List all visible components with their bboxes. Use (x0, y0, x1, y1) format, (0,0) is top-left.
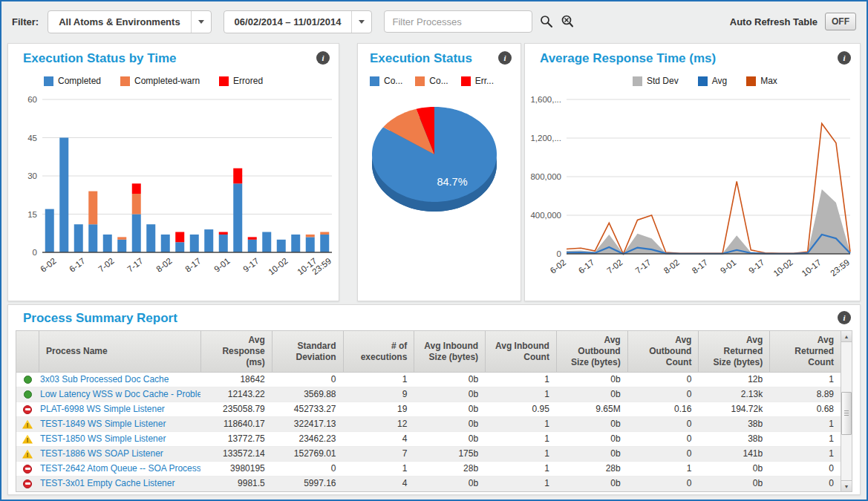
legend-label: Co... (384, 76, 402, 86)
panel-title: Execution Status (370, 51, 498, 66)
table-cell: 0b (414, 432, 485, 446)
status-warn-icon: ! (22, 435, 33, 444)
process-name-link[interactable]: Low Latency WSS w Doc Cache - Proble (39, 387, 200, 402)
process-name-link[interactable]: PLAT-6998 WS Simple Listener (39, 402, 200, 416)
svg-text:7-17: 7-17 (633, 258, 653, 275)
table-cell: 1 (485, 432, 556, 446)
column-header-standard-deviation[interactable]: Standard Deviation (272, 331, 343, 372)
table-cell: 452733.27 (272, 402, 343, 416)
table-row: TEST-2642 Atom Queue -- SOA Process39801… (16, 462, 841, 477)
info-icon[interactable]: i (316, 51, 330, 65)
column-header-avg-outbound-size[interactable]: Avg Outbound Size (bytes) (556, 331, 627, 372)
table-cell: 0.68 (769, 402, 841, 416)
status-ok-icon (24, 376, 32, 384)
table-cell: 28b (414, 462, 485, 476)
completed-legend-swatch (370, 76, 379, 86)
table-cell: 0.16 (627, 402, 699, 416)
column-header-process-name[interactable]: Process Name (39, 331, 200, 372)
filter-label: Filter: (12, 16, 39, 27)
table-cell: 1 (485, 462, 556, 476)
table-cell: 1 (769, 447, 841, 461)
column-header-executions[interactable]: # of executions (343, 331, 414, 372)
svg-text:60: 60 (27, 95, 37, 104)
info-icon[interactable]: i (838, 51, 851, 65)
table-cell: 9 (343, 387, 414, 402)
svg-text:45: 45 (27, 134, 37, 143)
scrollbar-track[interactable] (841, 342, 852, 480)
status-error-icon (23, 405, 32, 414)
atoms-environments-dropdown[interactable]: All Atoms & Environments (48, 10, 211, 33)
column-header-avg-inbound-size[interactable]: Avg Inbound Size (bytes) (414, 331, 485, 372)
table-cell: 0b (556, 432, 627, 446)
status-error-icon (23, 465, 32, 474)
charts-row: Execution Status by Time i Completed Com… (7, 43, 861, 301)
svg-text:6-17: 6-17 (68, 256, 87, 274)
search-icon[interactable] (540, 15, 553, 28)
scrollbar-down-button[interactable]: ▼ (841, 480, 852, 491)
process-name-link[interactable]: TEST-2642 Atom Queue -- SOA Process (39, 462, 200, 476)
completed-legend-swatch (44, 76, 53, 86)
table-cell: 0b (414, 417, 485, 431)
process-name-link[interactable]: TEST-1886 WS SOAP Listener (39, 447, 200, 461)
table-cell: 141b (698, 447, 769, 461)
table-cell: 12 (343, 417, 414, 431)
svg-text:23:59: 23:59 (829, 258, 851, 278)
svg-text:8-02: 8-02 (662, 258, 682, 275)
process-name-link[interactable]: TEST-1850 WS Simple Listener (39, 432, 200, 446)
table-row: 3x03 Sub Processed Doc Cache18642010b10b… (16, 373, 841, 387)
column-header-avg-returned-count[interactable]: Avg Returned Count (769, 331, 841, 372)
table-row: Low Latency WSS w Doc Cache - Proble1214… (16, 387, 841, 402)
table-cell: 0b (414, 477, 485, 491)
process-name-link[interactable]: TEST-1849 WS Simple Listener (39, 417, 200, 431)
panel-execution-status-by-time: Execution Status by Time i Completed Com… (7, 43, 339, 301)
table-cell: 12143.22 (200, 387, 272, 402)
table-cell: 1 (769, 417, 841, 431)
table-cell: 152769.01 (272, 447, 343, 461)
process-name-link[interactable]: TEST-3x01 Empty Cache Listener (39, 477, 200, 491)
column-header-avg-inbound-count[interactable]: Avg Inbound Count (485, 331, 556, 372)
status-ok-icon (24, 390, 32, 399)
svg-text:1,600,...: 1,600,... (530, 95, 561, 104)
column-header-avg-outbound-count[interactable]: Avg Outbound Count (627, 331, 699, 372)
table-cell: 0 (769, 462, 841, 476)
bar-legend: Completed Completed-warn Errored (44, 76, 339, 86)
svg-text:10-17: 10-17 (800, 258, 823, 278)
table-header-row: Process Name Avg Response (ms) Standard … (16, 331, 841, 373)
table-cell: 12b (698, 373, 769, 387)
table-cell: 0b (414, 387, 485, 402)
scrollbar-thumb[interactable] (841, 392, 852, 435)
table-cell: 13772.75 (200, 432, 272, 446)
svg-text:0: 0 (557, 249, 561, 258)
column-header-avg-response[interactable]: Avg Response (ms) (200, 331, 272, 372)
filter-bar: Filter: All Atoms & Environments 06/02/2… (1, 1, 867, 42)
info-icon[interactable]: i (498, 51, 512, 65)
table-cell: 0b (556, 387, 627, 402)
info-icon[interactable]: i (838, 311, 851, 324)
scrollbar-up-button[interactable]: ▲ (841, 331, 852, 342)
atoms-environments-value: All Atoms & Environments (48, 16, 190, 27)
table-cell: 4 (343, 477, 414, 491)
table-cell: 0 (627, 477, 699, 491)
legend-label: Std Dev (647, 76, 679, 86)
table-cell: 133572.14 (200, 447, 272, 461)
table-scrollbar[interactable]: ▲ ▼ (841, 331, 852, 491)
table-cell: 23462.23 (272, 432, 343, 446)
std-dev-legend-swatch (633, 76, 642, 86)
table-cell: 28b (556, 462, 627, 476)
completed-warn-legend-swatch (415, 76, 425, 86)
table-cell: 0b (556, 417, 627, 431)
process-name-link[interactable]: 3x03 Sub Processed Doc Cache (39, 373, 200, 387)
table-cell: 8.89 (769, 387, 841, 402)
table-cell: 1 (485, 417, 556, 431)
clear-filter-icon[interactable] (561, 15, 574, 28)
date-range-dropdown[interactable]: 06/02/2014 – 11/01/2014 (223, 10, 373, 33)
column-header-avg-returned-size[interactable]: Avg Returned Size (bytes) (698, 331, 769, 372)
table-cell: 322417.13 (272, 417, 343, 431)
svg-text:7-02: 7-02 (605, 258, 624, 275)
table-cell: 0.95 (485, 402, 556, 416)
auto-refresh-toggle[interactable]: OFF (825, 13, 856, 30)
process-summary-section: Process Summary Report i Process Name Av… (7, 304, 861, 495)
process-filter-input[interactable] (384, 10, 532, 33)
status-warn-icon: ! (22, 420, 33, 429)
svg-text:9-17: 9-17 (747, 258, 766, 275)
